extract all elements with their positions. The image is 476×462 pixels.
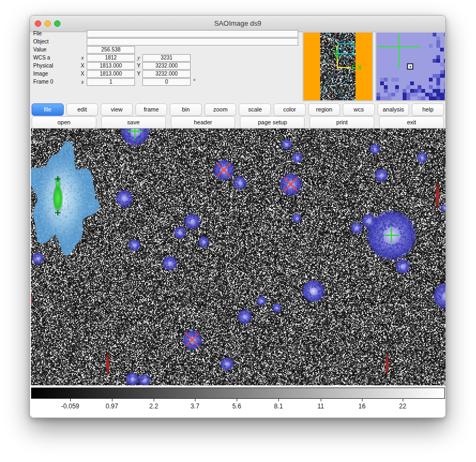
info-label-frame: Frame 0	[33, 79, 53, 85]
colorbar-tick-label: 16	[346, 403, 378, 410]
menu-wcs-button[interactable]: wcs	[343, 103, 375, 116]
colorbar-tick-label: 8.1	[262, 403, 294, 410]
info-row-frame: Frame 0x10°	[31, 78, 301, 86]
menu-bin-button[interactable]: bin	[170, 103, 202, 116]
colorbar-tick	[237, 399, 237, 401]
colorbar-tick-label: 3.7	[179, 403, 211, 410]
colorbar-tick	[70, 399, 71, 401]
colorbar-tick-label: 2.2	[138, 403, 170, 410]
colorbar-tick	[112, 399, 112, 401]
file-actions-bar: opensaveheaderpage setupprintexit	[32, 116, 444, 129]
colorbar-tick	[403, 399, 403, 401]
menu-edit-button[interactable]: edit	[66, 103, 99, 116]
info-row-file: File	[31, 30, 301, 38]
physical-x-field: 1813.000	[87, 62, 135, 70]
colorbar-tick-label: 22	[387, 403, 419, 410]
colorbar-tick-label: 5.6	[221, 403, 253, 410]
menu-color-button[interactable]: color	[274, 103, 306, 116]
menu-help-button[interactable]: help	[412, 103, 444, 116]
physical-y-field: 3232.000	[142, 62, 191, 70]
panner[interactable]	[303, 32, 373, 101]
image-y-field: 3232.000	[142, 70, 191, 78]
physical-x-label: X	[79, 63, 86, 69]
menu-region-button[interactable]: region	[308, 103, 341, 116]
info-row-value: Value256.538	[31, 46, 301, 54]
object-field	[87, 38, 298, 46]
info-label-physical: Physical	[33, 63, 53, 69]
wcs-y-field: 3231	[142, 54, 191, 62]
menu-file-button[interactable]: file	[32, 103, 64, 116]
colorbar-tick	[154, 399, 154, 401]
open-button[interactable]: open	[32, 116, 96, 129]
menu-scale-button[interactable]: scale	[239, 103, 271, 116]
wcs-y-label: y	[135, 55, 142, 61]
colorbar-section: -0.0590.972.23.75.68.1111622	[30, 385, 445, 418]
colorbar-tick	[278, 399, 279, 401]
panner-canvas[interactable]	[304, 33, 372, 100]
save-button[interactable]: save	[101, 116, 166, 129]
header-button[interactable]: header	[171, 116, 236, 129]
menu-view-button[interactable]: view	[101, 103, 133, 116]
info-label-file: File	[33, 31, 42, 36]
colorbar-tick-label: 11	[305, 403, 337, 410]
info-label-wcs: WCS a	[33, 55, 50, 61]
image-x-field: 1813.000	[87, 70, 135, 78]
info-row-image: ImageX1813.000Y3232.000	[31, 70, 301, 78]
colorbar-tick	[321, 399, 321, 401]
image-y-label: Y	[135, 71, 142, 77]
wcs-x-label: x	[79, 55, 86, 61]
frame-y-field: 0	[142, 78, 191, 86]
frame-degree-symbol: °	[193, 78, 195, 84]
info-label-image: Image	[33, 71, 48, 77]
info-label-object: Object	[33, 39, 49, 44]
info-row-physical: PhysicalX1813.000Y3232.000	[31, 62, 301, 70]
colorbar-tick-label: -0.059	[54, 403, 86, 410]
menu-bar: fileeditviewframebinzoomscalecolorregion…	[32, 103, 444, 116]
menu-zoom-button[interactable]: zoom	[205, 103, 237, 116]
window-title: SAOImage ds9	[30, 19, 445, 27]
colorbar-tick-label: 0.97	[96, 403, 128, 410]
colorbar-gradient[interactable]	[31, 388, 445, 399]
main-image-canvas[interactable]	[31, 128, 446, 386]
info-label-value: Value	[33, 47, 47, 53]
exit-button[interactable]: exit	[379, 116, 444, 129]
menu-frame-button[interactable]: frame	[135, 103, 168, 116]
frame-x-label: x	[79, 79, 86, 85]
print-button[interactable]: print	[309, 116, 374, 129]
colorbar-tick	[362, 399, 362, 401]
page-setup-button[interactable]: page setup	[240, 116, 305, 129]
image-x-label: X	[79, 71, 86, 77]
info-row-wcs: WCS ax1812y3231	[31, 54, 301, 62]
info-row-object: Object	[31, 38, 301, 46]
magnifier-canvas[interactable]	[376, 33, 445, 100]
magnifier[interactable]	[375, 32, 446, 101]
ds9-window: SAOImage ds9 FileObjectValue256.538WCS a…	[29, 15, 446, 418]
menu-analysis-button[interactable]: analysis	[377, 103, 410, 116]
frame-x-field: 1	[87, 78, 135, 86]
desktop: SAOImage ds9 FileObjectValue256.538WCS a…	[0, 0, 476, 462]
file-field	[87, 30, 298, 38]
value-field: 256.538	[87, 46, 135, 54]
physical-y-label: Y	[135, 63, 142, 69]
wcs-x-field: 1812	[87, 54, 135, 62]
colorbar-tick	[195, 399, 195, 401]
